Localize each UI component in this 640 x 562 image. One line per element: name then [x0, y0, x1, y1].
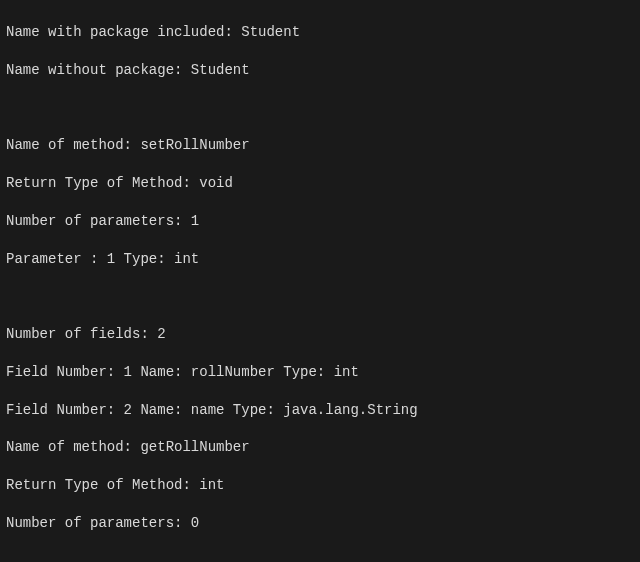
console-blank-line: [6, 552, 634, 562]
console-output: Name with package included: Student Name…: [0, 0, 640, 562]
console-line: Number of fields: 2: [6, 325, 634, 344]
console-blank-line: [6, 287, 634, 306]
console-line: Return Type of Method: void: [6, 174, 634, 193]
console-line: Name of method: setRollNumber: [6, 136, 634, 155]
console-line: Return Type of Method: int: [6, 476, 634, 495]
console-blank-line: [6, 98, 634, 117]
console-line: Number of parameters: 1: [6, 212, 634, 231]
console-line: Name without package: Student: [6, 61, 634, 80]
console-line: Number of parameters: 0: [6, 514, 634, 533]
console-line: Field Number: 1 Name: rollNumber Type: i…: [6, 363, 634, 382]
console-line: Parameter : 1 Type: int: [6, 250, 634, 269]
console-line: Field Number: 2 Name: name Type: java.la…: [6, 401, 634, 420]
console-line: Name with package included: Student: [6, 23, 634, 42]
console-line: Name of method: getRollNumber: [6, 438, 634, 457]
